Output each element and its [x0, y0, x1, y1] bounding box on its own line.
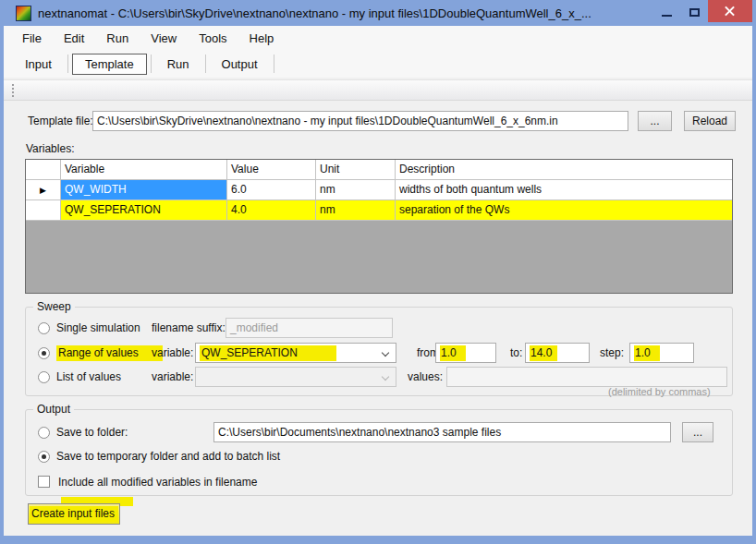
cell-value[interactable]: 6.0 [227, 180, 316, 199]
from-input[interactable]: 1.0 [435, 343, 496, 363]
output-groupbox-label: Output [33, 403, 74, 416]
values-input[interactable] [446, 367, 727, 387]
menu-bar: File Edit Run View Tools Help [4, 26, 752, 50]
tab-run[interactable]: Run [155, 54, 201, 74]
menu-tools[interactable]: Tools [188, 28, 238, 49]
step-input[interactable]: 1.0 [629, 343, 694, 363]
menu-file[interactable]: File [11, 28, 53, 49]
tab-separator [67, 54, 68, 73]
column-header-value[interactable]: Value [227, 160, 316, 179]
tab-output[interactable]: Output [210, 54, 270, 74]
output-groupbox: Output Save to folder: C:\Users\bir\Docu… [25, 409, 733, 496]
menu-help[interactable]: Help [238, 28, 286, 49]
cell-value[interactable]: 4.0 [227, 200, 316, 220]
table-row: ▶ QW_WIDTH 6.0 nm widths of both quantum… [26, 180, 732, 200]
save-to-folder-label: Save to folder: [56, 426, 128, 439]
menu-run[interactable]: Run [95, 28, 140, 49]
column-header-variable[interactable]: Variable [61, 160, 227, 179]
title-bar: nextnanomat - C:\Users\bir\SkyDrive\next… [0, 0, 756, 26]
row-selector-cell[interactable] [26, 200, 61, 220]
list-of-values-radio[interactable] [38, 371, 50, 383]
minimize-button[interactable] [652, 0, 680, 24]
cell-variable[interactable]: QW_SEPERATION [61, 200, 227, 220]
variables-label: Variables: [26, 142, 74, 155]
tab-strip: Input Template Run Output [4, 50, 752, 78]
tab-separator [151, 54, 152, 73]
window-title: nextnanomat - C:\Users\bir\SkyDrive\next… [38, 6, 591, 20]
save-to-folder-radio[interactable] [38, 427, 50, 439]
tab-input[interactable]: Input [13, 54, 64, 74]
include-variables-checkbox[interactable] [38, 476, 50, 488]
values-label: values: [408, 370, 443, 383]
variables-table: Variable Value Unit Description ▶ QW_WID… [25, 159, 733, 294]
single-simulation-label: Single simulation [56, 321, 140, 334]
filename-suffix-input[interactable]: _modified [226, 318, 393, 338]
table-header-row: Variable Value Unit Description [26, 160, 732, 180]
sweep-groupbox: Sweep Single simulation filename suffix:… [25, 307, 733, 396]
filename-suffix-label: filename suffix: [152, 321, 226, 334]
template-file-label: Template file: [28, 115, 93, 127]
toolbar [4, 79, 752, 101]
save-temp-folder-label: Save to temporary folder and add to batc… [56, 450, 280, 463]
maximize-icon [689, 8, 700, 17]
step-label: step: [600, 346, 624, 359]
tab-separator [205, 54, 206, 73]
app-window: nextnanomat - C:\Users\bir\SkyDrive\next… [0, 0, 756, 544]
range-variable-select[interactable]: QW_SEPERATION [195, 343, 396, 363]
tab-separator [274, 54, 274, 73]
toolbar-grip-handle[interactable] [12, 84, 14, 97]
current-row-arrow-icon: ▶ [40, 186, 46, 195]
menu-view[interactable]: View [140, 28, 188, 49]
cell-description[interactable]: separation of the QWs [396, 200, 732, 220]
range-of-values-radio[interactable] [38, 347, 50, 359]
cell-unit[interactable]: nm [316, 180, 396, 199]
list-variable-select[interactable] [195, 367, 396, 387]
row-header-cell [26, 160, 61, 179]
template-file-input[interactable]: C:\Users\bir\SkyDrive\nextnano\nextnano … [92, 111, 628, 131]
maximize-button[interactable] [680, 0, 708, 24]
delimited-hint: (delimited by commas) [608, 386, 711, 397]
chevron-down-icon [382, 373, 389, 381]
output-folder-input[interactable]: C:\Users\bir\Documents\nextnano\nextnano… [213, 422, 671, 442]
browse-output-folder-button[interactable]: ... [682, 422, 713, 442]
range-variable-label: variable: [152, 346, 193, 359]
tab-template[interactable]: Template [72, 54, 147, 75]
to-input[interactable]: 14.0 [525, 343, 590, 363]
create-input-files-button[interactable]: Create input files [28, 503, 120, 525]
chevron-down-icon [382, 349, 389, 357]
include-variables-label: Include all modified variables in filena… [58, 476, 257, 489]
column-header-unit[interactable]: Unit [316, 160, 396, 179]
app-icon [16, 6, 31, 21]
cell-variable[interactable]: QW_WIDTH [61, 180, 227, 199]
list-of-values-label: List of values [56, 370, 121, 383]
save-temp-folder-radio[interactable] [38, 451, 50, 463]
minimize-icon [662, 15, 672, 17]
cell-unit[interactable]: nm [316, 200, 396, 220]
browse-template-button[interactable]: ... [638, 111, 672, 131]
sweep-groupbox-label: Sweep [33, 300, 75, 313]
table-row: QW_SEPERATION 4.0 nm separation of the Q… [26, 200, 732, 221]
range-of-values-label: Range of values [56, 345, 163, 361]
cell-description[interactable]: widths of both quantum wells [396, 180, 732, 199]
client-area: File Edit Run View Tools Help Input Temp… [4, 26, 752, 536]
close-button[interactable] [708, 0, 752, 22]
to-label: to: [510, 346, 522, 359]
single-simulation-radio[interactable] [38, 322, 50, 334]
list-variable-label: variable: [152, 370, 193, 383]
column-header-description[interactable]: Description [396, 160, 732, 179]
row-selector-cell[interactable]: ▶ [26, 180, 61, 199]
reload-button[interactable]: Reload [684, 111, 736, 131]
menu-edit[interactable]: Edit [53, 28, 95, 49]
